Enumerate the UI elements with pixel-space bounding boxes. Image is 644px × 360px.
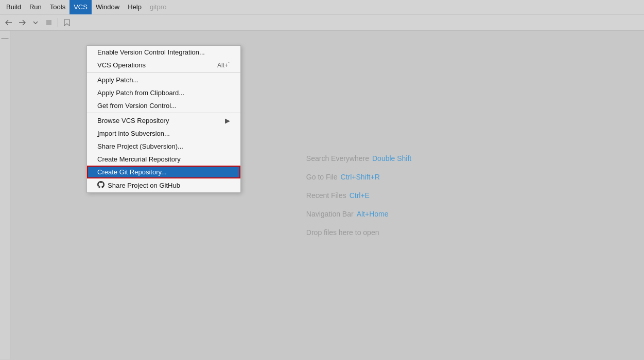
github-icon — [97, 181, 105, 190]
toolbar — [0, 14, 644, 31]
hints-area: Search EverywhereDouble ShiftGo to FileC… — [306, 154, 411, 237]
menu-item-get-from-vcs[interactable]: Get from Version Control... — [87, 99, 240, 113]
menu-build[interactable]: Build — [2, 0, 25, 14]
hint-navigation-bar-shortcut: Alt+Home — [357, 210, 389, 218]
menu-run[interactable]: Run — [25, 0, 46, 14]
main-area: — Search EverywhereDouble ShiftGo to Fil… — [0, 31, 644, 359]
stop-icon — [46, 20, 52, 26]
menu-item-vcs-operations-label: VCS Operations — [97, 61, 146, 69]
menu-item-share-project-subversion-label: Share Project (Subversion)... — [97, 142, 183, 150]
hint-recent-files-shortcut: Ctrl+E — [350, 191, 370, 200]
menu-item-share-github[interactable]: Share Project on GitHub — [87, 178, 240, 192]
menu-item-import-subversion[interactable]: Import into Subversion... — [87, 127, 240, 140]
hint-go-to-file-label: Go to File — [306, 173, 338, 181]
menu-item-share-github-content: Share Project on GitHub — [97, 181, 180, 190]
back-icon — [5, 19, 12, 26]
left-sidebar: — — [0, 31, 10, 359]
chevron-down-icon — [33, 21, 38, 24]
menu-item-apply-patch-label: Apply Patch... — [97, 76, 138, 84]
forward-icon — [19, 19, 26, 26]
hint-line-recent-files: Recent FilesCtrl+E — [306, 191, 411, 200]
import-rest: mport into Subversion... — [99, 130, 170, 137]
menu-item-create-git-label: Create Git Repository... — [97, 168, 167, 176]
menu-vcs[interactable]: VCS — [69, 0, 92, 14]
menu-tools[interactable]: Tools — [46, 0, 69, 14]
menu-bar: Build Run Tools VCS Window Help gitpro — [0, 0, 644, 14]
menu-help[interactable]: Help — [124, 0, 146, 14]
vcs-dropdown-menu: Enable Version Control Integration... VC… — [86, 45, 241, 193]
menu-item-enable-vcs[interactable]: Enable Version Control Integration... — [87, 46, 240, 59]
hint-drop-files-label: Drop files here to open — [306, 228, 379, 237]
menu-item-vcs-operations[interactable]: VCS Operations Alt+` — [87, 59, 240, 73]
menu-gitpro[interactable]: gitpro — [146, 0, 171, 14]
toolbar-dropdown-btn[interactable] — [29, 16, 42, 29]
toolbar-forward-btn[interactable] — [16, 16, 28, 29]
toolbar-separator — [58, 18, 58, 27]
menu-item-apply-patch-clipboard[interactable]: Apply Patch from Clipboard... — [87, 86, 240, 99]
svg-rect-0 — [46, 20, 51, 25]
share-github-label: Share Project on GitHub — [108, 182, 180, 189]
menu-item-import-subversion-label: Import into Subversion... — [97, 130, 170, 137]
hint-navigation-bar-label: Navigation Bar — [306, 210, 354, 218]
menu-item-browse-vcs[interactable]: Browse VCS Repository ▶ — [87, 114, 240, 127]
hint-line-go-to-file: Go to FileCtrl+Shift+R — [306, 173, 411, 181]
menu-item-create-git[interactable]: Create Git Repository... — [87, 166, 240, 178]
menu-item-share-project-subversion[interactable]: Share Project (Subversion)... — [87, 140, 240, 153]
toolbar-back-btn[interactable] — [3, 16, 15, 29]
menu-window[interactable]: Window — [92, 0, 124, 14]
menu-item-create-mercurial-label: Create Mercurial Repository — [97, 155, 181, 163]
toolbar-stop-btn[interactable] — [43, 16, 55, 29]
hint-recent-files-label: Recent Files — [306, 191, 346, 200]
hint-line-navigation-bar: Navigation BarAlt+Home — [306, 210, 411, 218]
menu-item-vcs-operations-shortcut: Alt+` — [217, 62, 230, 69]
hint-go-to-file-shortcut: Ctrl+Shift+R — [341, 173, 380, 181]
hint-search-everywhere-label: Search Everywhere — [306, 154, 369, 163]
menu-item-apply-patch-clipboard-label: Apply Patch from Clipboard... — [97, 89, 184, 97]
editor-area: Search EverywhereDouble ShiftGo to FileC… — [10, 31, 644, 359]
menu-item-apply-patch[interactable]: Apply Patch... — [87, 74, 240, 86]
menu-item-browse-vcs-label: Browse VCS Repository — [97, 117, 169, 124]
hint-line-drop-files: Drop files here to open — [306, 228, 411, 237]
hint-line-search-everywhere: Search EverywhereDouble Shift — [306, 154, 411, 163]
menu-item-create-mercurial[interactable]: Create Mercurial Repository — [87, 153, 240, 166]
sidebar-minus-icon: — — [1, 34, 9, 42]
toolbar-bookmark-btn[interactable] — [61, 16, 73, 29]
menu-item-enable-vcs-label: Enable Version Control Integration... — [97, 48, 205, 56]
menu-item-get-from-vcs-label: Get from Version Control... — [97, 102, 177, 110]
hint-search-everywhere-shortcut: Double Shift — [372, 154, 411, 163]
browse-vcs-arrow-icon: ▶ — [225, 117, 230, 124]
bookmark-icon — [64, 19, 70, 26]
